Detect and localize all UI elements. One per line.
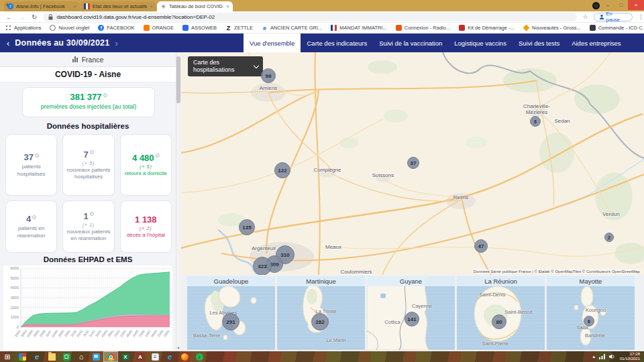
tab-close-icon[interactable]: × — [73, 3, 76, 9]
url-input[interactable]: dashboard.covid19.data.gouv.fr/vue-d-ens… — [43, 13, 577, 21]
region-selector[interactable]: France — [0, 52, 176, 67]
bookmark-item-8[interactable]: Connexion - Radio... — [396, 25, 450, 31]
store-app-icon[interactable]: ▢ — [59, 351, 74, 362]
volume-icon[interactable] — [609, 354, 616, 359]
dashboard-tab-0[interactable]: Vue d'ensemble — [244, 34, 301, 52]
hospitalisation-bubble[interactable]: 6 — [584, 316, 594, 326]
reload-icon[interactable]: ↻ — [32, 13, 37, 21]
minimize-button[interactable]: – — [601, 0, 614, 10]
sync-pause-button[interactable]: En pause — [594, 13, 633, 21]
sidebar-scrollbar[interactable]: ▾ — [176, 52, 181, 351]
overseas-map-la-r-union[interactable]: La RéunionSaint-DenisSaint-BenoîtSaint-P… — [457, 276, 545, 350]
map-layer-dropdown[interactable]: Carte des hospitalisations — [188, 56, 263, 76]
overseas-map-guadeloupe[interactable]: GuadeloupeLes AbymesBasse-Terre291 — [187, 276, 275, 350]
dashboard-tab-1[interactable]: Carte des indicateurs — [301, 34, 373, 52]
office-app-icon[interactable]: A — [133, 351, 148, 362]
stat-card: 1 138(+ 2)décès à l'hôpital — [120, 200, 172, 253]
home-app-icon[interactable]: ⌂ — [74, 351, 89, 362]
profile-avatar[interactable] — [592, 2, 600, 9]
bookmark-item-2[interactable]: fFACEBOOK — [98, 25, 134, 31]
edge-icon[interactable]: e — [162, 351, 177, 362]
bookmark-item-11[interactable]: Commande - ICD C... — [590, 25, 644, 31]
bookmark-item-0[interactable]: Applications — [5, 25, 41, 31]
scroll-down-icon[interactable]: ▾ — [176, 345, 181, 350]
overseas-map-mayotte[interactable]: MayotteKoungouSadaBandrélé6 — [547, 276, 635, 350]
browser-menu-icon[interactable]: ⋮ — [638, 13, 644, 20]
forward-icon[interactable]: → — [19, 13, 25, 21]
dashboard-tab-2[interactable]: Suivi de la vaccination — [373, 34, 448, 52]
bookmark-item-10[interactable]: Nouveautés - Gross... — [523, 25, 581, 31]
tab-close-icon[interactable]: × — [226, 3, 229, 9]
info-icon[interactable]: i — [90, 150, 94, 154]
overseas-map-martinique[interactable]: MartiniqueLa TrinitéLe Marin282 — [277, 276, 365, 350]
place-label: Basse-Terre — [193, 333, 220, 339]
bookmark-item-7[interactable]: MANDAT IMMATRI... — [331, 25, 386, 31]
firefox-icon-glyph — [181, 353, 189, 361]
svg-text:6000: 6000 — [11, 266, 19, 270]
document-app-icon[interactable]: ≡ — [148, 351, 162, 362]
hospitalisation-bubble[interactable]: 141 — [405, 312, 419, 326]
close-button[interactable]: × — [628, 0, 644, 10]
tab-title: Etat des lieux et actualités - Mini — [93, 3, 147, 9]
hospitalisation-bubble[interactable]: 291 — [222, 313, 239, 330]
dashboard-tab-3[interactable]: Logistique vaccins — [448, 34, 513, 52]
bookmark-item-3[interactable]: ORANGE — [144, 25, 174, 31]
firefox-icon[interactable] — [177, 351, 192, 362]
hospitalisation-bubble[interactable]: 323 — [253, 257, 272, 275]
network-icon[interactable] — [599, 354, 605, 359]
bookmark-item-6[interactable]: eANCIEN CARTE GRI... — [262, 25, 322, 31]
spotify-icon[interactable]: ♪ — [192, 351, 207, 362]
bookmark-item-4[interactable]: ASSOWEB — [182, 25, 217, 31]
info-icon[interactable]: i — [103, 93, 107, 97]
chrome-icon[interactable] — [103, 351, 118, 362]
mail-app-icon[interactable]: ✉ — [89, 351, 103, 362]
hospitalisation-bubble[interactable]: 2 — [604, 233, 614, 242]
hospitalisation-bubble[interactable]: 47 — [474, 239, 488, 253]
bookmark-label: ZETTLE — [234, 25, 253, 31]
stat-value: 1 138 — [122, 215, 170, 225]
overseas-title: Guadeloupe — [187, 276, 275, 286]
hospitalisation-bubble[interactable]: 37 — [407, 157, 419, 169]
info-icon[interactable]: i — [32, 215, 36, 219]
bookmark-icon: Z — [225, 25, 231, 31]
place-label: Cayenne — [412, 303, 432, 309]
info-icon[interactable]: i — [35, 154, 39, 158]
info-icon[interactable]: i — [90, 212, 94, 216]
browser-tab-0[interactable]: fAisne-Info | Facebook× — [4, 1, 80, 11]
overseas-map-guyane[interactable]: GuyaneCayenneCottica141 — [367, 276, 455, 350]
hidden-icons-button[interactable]: ▴ — [592, 354, 595, 359]
browser-tab-2[interactable]: ✳Tableau de bord COVID-19 Suivi× — [157, 1, 233, 11]
bookmark-item-5[interactable]: ZZETTLE — [225, 25, 253, 31]
hospitalisation-bubble[interactable]: 98 — [261, 68, 276, 83]
file-explorer-icon[interactable] — [44, 351, 59, 362]
hospitalisation-bubble[interactable]: 80 — [492, 314, 506, 329]
bookmark-label: Connexion - Radio... — [405, 25, 450, 31]
bookmark-item-1[interactable]: Nouvel onglet — [50, 25, 89, 31]
hospitalisation-bubble[interactable]: 6 — [530, 116, 541, 127]
dashboard-tab-4[interactable]: Suivi des tests — [513, 34, 566, 52]
dashboard-tab-5[interactable]: Aides entreprises — [566, 34, 627, 52]
maximize-button[interactable]: □ — [614, 0, 628, 10]
hospitalisation-bubble[interactable]: 282 — [311, 313, 329, 330]
tab-close-icon[interactable]: × — [150, 3, 153, 9]
bookmark-item-9[interactable]: Kit de Démarrage -... — [459, 25, 515, 31]
hospitalisation-bubble[interactable]: 122 — [274, 162, 290, 178]
vaccine-label: premières doses injectées (au total) — [23, 103, 154, 110]
bookmark-label: FACEBOOK — [107, 25, 134, 31]
internet-explorer-icon[interactable]: e — [30, 351, 44, 362]
previous-date-button[interactable]: ‹ — [7, 38, 9, 48]
stat-card: 7i(+ 5)nouveaux patients hospitalisés — [62, 134, 114, 196]
info-icon[interactable]: i — [156, 154, 160, 158]
clock[interactable]: 17:28 01/10/2021 — [620, 352, 640, 361]
vaccine-value: 381 377 — [70, 92, 102, 102]
next-date-button[interactable]: › — [115, 38, 117, 48]
excel-icon[interactable]: X — [118, 351, 133, 362]
media-app-icon[interactable] — [15, 351, 30, 362]
hospitalisation-bubble[interactable]: 135 — [239, 219, 255, 235]
start-button[interactable]: ⊞ — [0, 351, 15, 362]
scrollbar-thumb[interactable] — [176, 56, 180, 103]
main-map[interactable]: Carte des hospitalisations Données Santé… — [181, 52, 644, 275]
back-icon[interactable]: ← — [6, 13, 13, 21]
bookmark-star-icon[interactable]: ☆ — [582, 13, 588, 20]
browser-tab-1[interactable]: Etat des lieux et actualités - Mini× — [80, 1, 156, 11]
